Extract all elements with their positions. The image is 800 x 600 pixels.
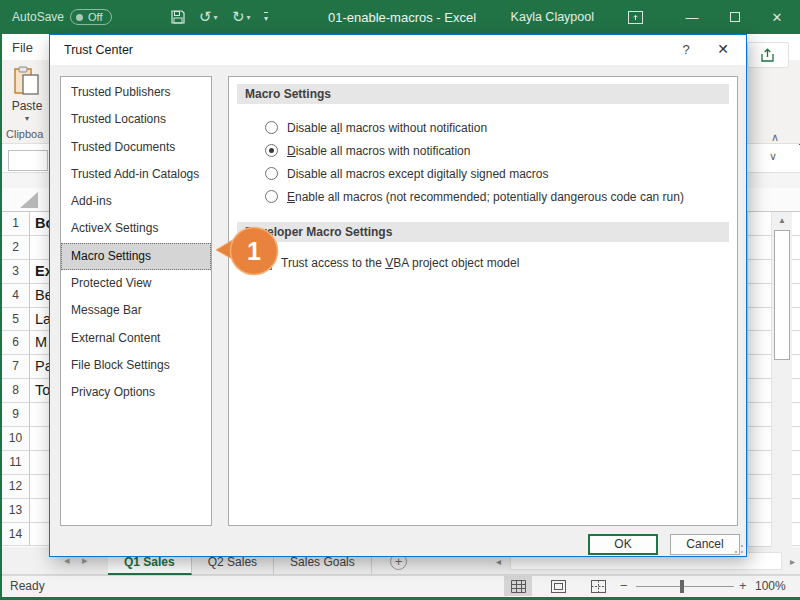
select-all-corner[interactable] [20, 192, 38, 208]
paste-icon [14, 66, 40, 96]
radio-disable-without-notification[interactable]: Disable all macros without notification [265, 116, 729, 139]
row-header[interactable]: 10 [2, 427, 30, 451]
cancel-button[interactable]: Cancel [670, 534, 740, 555]
sidebar-item-file-block-settings[interactable]: File Block Settings [61, 352, 211, 379]
radio-disable-except-signed[interactable]: Disable all macros except digitally sign… [265, 162, 729, 185]
minimize-button[interactable]: — [677, 0, 707, 34]
checkbox-trust-vba-access[interactable]: Trust access to the VBA project object m… [259, 256, 729, 270]
resize-grip[interactable] [734, 544, 744, 554]
row-header[interactable]: 11 [2, 451, 30, 475]
radio-icon[interactable] [265, 190, 278, 203]
ribbon-display-options-button[interactable] [628, 0, 643, 34]
share-button[interactable] [747, 42, 789, 68]
radio-enable-all-macros[interactable]: Enable all macros (not recommended; pote… [265, 185, 729, 208]
row-header[interactable]: 1 [2, 212, 30, 236]
zoom-out-icon[interactable]: − [620, 578, 628, 593]
zoom-level[interactable]: 100% [755, 579, 786, 593]
page-break-view-icon [591, 580, 606, 593]
trust-center-dialog: Trust Center ? ✕ Trusted Publishers Trus… [49, 34, 747, 557]
zoom-slider-track[interactable] [636, 586, 734, 587]
share-icon [760, 48, 776, 63]
sidebar-item-trusted-publishers[interactable]: Trusted Publishers [61, 79, 211, 106]
name-box[interactable] [8, 150, 48, 171]
page-layout-view-button[interactable] [544, 576, 572, 596]
page-break-view-button[interactable] [584, 576, 612, 596]
sidebar-item-trusted-locations[interactable]: Trusted Locations [61, 106, 211, 133]
sidebar-item-activex-settings[interactable]: ActiveX Settings [61, 215, 211, 242]
macro-options-group: Disable all macros without notification … [265, 116, 729, 208]
vertical-scroll-thumb[interactable] [774, 230, 790, 360]
step-callout-badge: 1 [214, 225, 280, 279]
sidebar-item-protected-view[interactable]: Protected View [61, 270, 211, 297]
zoom-in-icon[interactable]: + [739, 578, 747, 593]
normal-view-icon [511, 580, 526, 593]
formula-bar-expand-icon[interactable]: ∨ [769, 150, 777, 163]
row-header[interactable]: 14 [2, 523, 30, 547]
paste-label: Paste [12, 99, 43, 113]
file-tab[interactable]: File [12, 40, 33, 55]
row-header[interactable]: 13 [2, 499, 30, 523]
sidebar-item-macro-settings[interactable]: Macro Settings [61, 243, 211, 270]
radio-selected-icon[interactable] [265, 144, 278, 157]
row-header[interactable]: 9 [2, 403, 30, 427]
radio-icon[interactable] [265, 121, 278, 134]
radio-disable-with-notification[interactable]: Disable all macros with notification [265, 139, 729, 162]
row-header[interactable]: 6 [2, 331, 30, 355]
help-icon[interactable]: ? [678, 42, 694, 57]
row-header[interactable]: 8 [2, 379, 30, 403]
checkbox-label: Trust access to the VBA project object m… [281, 256, 519, 270]
row-header[interactable]: 12 [2, 475, 30, 499]
macro-settings-panel: Macro Settings Disable all macros withou… [228, 76, 738, 526]
row-header[interactable]: 5 [2, 308, 30, 332]
page-layout-view-icon [551, 580, 566, 593]
hscroll-right-icon[interactable]: ▸ [790, 556, 795, 567]
sidebar-item-external-content[interactable]: External Content [61, 325, 211, 352]
macro-settings-section-title: Macro Settings [237, 84, 729, 104]
close-icon: ✕ [772, 10, 783, 25]
normal-view-button[interactable] [504, 576, 532, 596]
maximize-button[interactable] [720, 0, 750, 34]
dialog-header[interactable]: Trust Center ? ✕ [50, 35, 746, 65]
dialog-title: Trust Center [64, 43, 133, 57]
radio-label: Disable all macros with notification [287, 144, 470, 158]
sidebar-item-trusted-documents[interactable]: Trusted Documents [61, 134, 211, 161]
zoom-slider-thumb[interactable] [680, 580, 684, 593]
excel-window: AutoSave Off ↺▾ ↻▾ ▾ 01-enable-macros - … [0, 0, 800, 600]
status-ready-label: Ready [10, 579, 45, 593]
maximize-icon [730, 12, 740, 22]
sidebar-item-trusted-addin-catalogs[interactable]: Trusted Add-in Catalogs [61, 161, 211, 188]
account-name[interactable]: Kayla Claypool [511, 0, 594, 34]
radio-label: Enable all macros (not recommended; pote… [287, 190, 684, 204]
collapse-ribbon-icon[interactable]: ∧ [771, 131, 779, 144]
scroll-up-icon[interactable]: ▲ [772, 212, 792, 229]
hscroll-left-icon[interactable]: ◂ [496, 556, 501, 567]
dialog-close-icon[interactable]: ✕ [714, 41, 732, 57]
radio-icon[interactable] [265, 167, 278, 180]
paste-button[interactable]: Paste ▾ [10, 66, 44, 136]
paste-dropdown-icon[interactable]: ▾ [25, 114, 29, 123]
right-grid-cells [747, 212, 771, 547]
minimize-icon: — [686, 10, 699, 25]
sidebar-item-privacy-options[interactable]: Privacy Options [61, 379, 211, 406]
clipboard-group-label: Clipboa [6, 128, 43, 140]
vertical-scrollbar[interactable]: ▲ [771, 212, 792, 547]
radio-label: Disable all macros except digitally sign… [287, 167, 548, 181]
trust-center-category-list: Trusted Publishers Trusted Locations Tru… [60, 76, 212, 526]
step-number: 1 [247, 237, 261, 265]
row-header[interactable]: 7 [2, 355, 30, 379]
ok-button[interactable]: OK [588, 534, 658, 555]
ribbon-display-options-icon [628, 11, 643, 24]
row-header[interactable]: 4 [2, 284, 30, 308]
sidebar-item-message-bar[interactable]: Message Bar [61, 297, 211, 324]
row-header[interactable]: 2 [2, 236, 30, 260]
title-bar: AutoSave Off ↺▾ ↻▾ ▾ 01-enable-macros - … [2, 0, 800, 34]
developer-macro-settings-section-title: Developer Macro Settings [237, 222, 729, 242]
radio-label: Disable all macros without notification [287, 121, 487, 135]
row-header[interactable]: 3 [2, 260, 30, 284]
sidebar-item-add-ins[interactable]: Add-ins [61, 188, 211, 215]
close-button[interactable]: ✕ [762, 0, 792, 34]
